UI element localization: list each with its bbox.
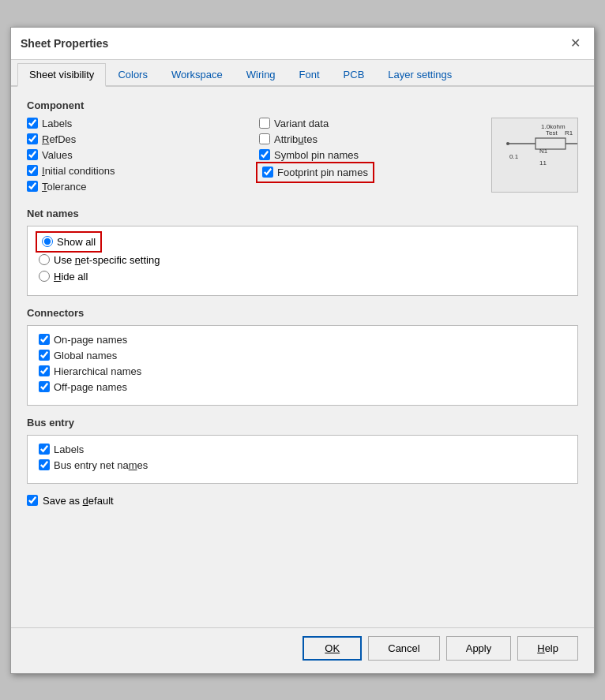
tab-sheet-visibility[interactable]: Sheet visibility [17, 63, 106, 87]
apply-button[interactable]: Apply [446, 636, 512, 661]
connectors-box: On-page names Global names Hierarchical … [27, 325, 578, 406]
variant-checkbox[interactable] [259, 118, 270, 129]
values-row: Values [27, 149, 246, 161]
save-default-label[interactable]: Save as default [43, 495, 114, 507]
hide-all-row: Hide all [39, 271, 566, 283]
svg-text:N1: N1 [539, 148, 548, 155]
help-button[interactable]: Help [517, 636, 578, 661]
hierarchical-label[interactable]: Hierarchical names [54, 365, 141, 377]
global-label[interactable]: Global names [54, 350, 117, 361]
initial-checkbox[interactable] [27, 165, 38, 176]
global-row: Global names [39, 350, 566, 361]
refdes-label[interactable]: RefDes [42, 133, 76, 145]
sheet-properties-dialog: Sheet Properties ✕ Sheet visibility Colo… [10, 27, 595, 674]
variant-row: Variant data [259, 118, 479, 129]
hide-all-radio[interactable] [39, 271, 50, 282]
svg-point-9 [506, 142, 509, 145]
footprint-pin-checkbox[interactable] [262, 167, 273, 178]
net-specific-label[interactable]: Use net-specific setting [54, 254, 160, 266]
cancel-button[interactable]: Cancel [368, 636, 439, 661]
hierarchical-checkbox[interactable] [39, 365, 50, 376]
footer-buttons: OK Cancel Apply Help [11, 627, 594, 673]
show-all-row: Show all [39, 234, 566, 249]
attributes-checkbox[interactable] [259, 133, 270, 144]
tab-workspace[interactable]: Workspace [160, 63, 235, 87]
values-label[interactable]: Values [42, 149, 73, 161]
hierarchical-row: Hierarchical names [39, 365, 566, 377]
symbol-pin-label[interactable]: Symbol pin names [274, 149, 359, 161]
attributes-row: Attributes [259, 133, 479, 145]
labels-checkbox[interactable] [27, 118, 38, 129]
component-section: Component Labels RefDes Values [27, 99, 578, 197]
connectors-label: Connectors [27, 307, 578, 319]
bus-labels-row: Labels [39, 444, 566, 455]
on-page-row: On-page names [39, 334, 566, 346]
footprint-pin-label[interactable]: Footprint pin names [277, 167, 368, 178]
net-specific-radio[interactable] [39, 254, 50, 265]
labels-row: Labels [27, 118, 246, 129]
initial-label[interactable]: Initial conditions [42, 165, 115, 177]
net-names-label: Net names [27, 208, 578, 219]
tolerance-row: Tolerance [27, 181, 246, 193]
bus-net-names-checkbox[interactable] [39, 459, 50, 470]
show-all-label[interactable]: Show all [57, 236, 96, 248]
connectors-section: Connectors On-page names Global names Hi… [27, 307, 578, 406]
svg-text:11: 11 [539, 159, 547, 167]
main-content: Component Labels RefDes Values [11, 87, 594, 627]
attributes-label[interactable]: Attributes [274, 133, 318, 145]
values-checkbox[interactable] [27, 149, 38, 160]
net-names-section: Net names Show all Use net-specific sett… [27, 208, 578, 296]
title-bar: Sheet Properties ✕ [11, 28, 594, 60]
bus-labels-label[interactable]: Labels [54, 444, 84, 455]
dialog-title: Sheet Properties [21, 37, 108, 50]
bus-entry-box: Labels Bus entry net names [27, 435, 578, 484]
bus-net-names-label[interactable]: Bus entry net names [54, 459, 148, 471]
svg-text:R1: R1 [565, 129, 573, 137]
initial-row: Initial conditions [27, 165, 246, 177]
ok-button[interactable]: OK [302, 636, 362, 661]
bus-labels-checkbox[interactable] [39, 444, 50, 455]
global-checkbox[interactable] [39, 350, 50, 361]
preview-svg: 1.0kohm Test R1 N1 0.1 11 [492, 118, 577, 193]
tolerance-checkbox[interactable] [27, 181, 38, 192]
symbol-pin-checkbox[interactable] [259, 149, 270, 160]
tab-layer-settings[interactable]: Layer settings [376, 63, 464, 87]
tab-colors[interactable]: Colors [106, 63, 160, 87]
close-button[interactable]: ✕ [566, 34, 584, 53]
component-preview: 1.0kohm Test R1 N1 0.1 11 [491, 118, 578, 193]
off-page-label[interactable]: Off-page names [54, 381, 127, 393]
off-page-checkbox[interactable] [39, 381, 50, 392]
variant-label[interactable]: Variant data [274, 118, 329, 129]
show-all-radio[interactable] [42, 236, 53, 247]
show-all-highlight: Show all [39, 234, 99, 249]
tolerance-label[interactable]: Tolerance [42, 181, 86, 193]
labels-label[interactable]: Labels [42, 118, 72, 129]
symbol-pin-row: Symbol pin names [259, 149, 479, 161]
bus-entry-label: Bus entry [27, 417, 578, 429]
svg-text:0.1: 0.1 [509, 153, 519, 160]
tab-font[interactable]: Font [287, 63, 332, 87]
bus-entry-section: Bus entry Labels Bus entry net names [27, 417, 578, 484]
save-default-checkbox[interactable] [27, 495, 38, 506]
footprint-pin-row: Footprint pin names [259, 165, 479, 180]
svg-text:Test: Test [546, 129, 558, 137]
refdes-row: RefDes [27, 133, 246, 145]
component-label: Component [27, 99, 578, 111]
footprint-pin-highlight: Footprint pin names [259, 165, 371, 180]
on-page-label[interactable]: On-page names [54, 334, 127, 346]
save-default-row: Save as default [27, 495, 578, 507]
off-page-row: Off-page names [39, 381, 566, 393]
tab-bar: Sheet visibility Colors Workspace Wiring… [11, 60, 594, 87]
refdes-checkbox[interactable] [27, 133, 38, 144]
net-names-box: Show all Use net-specific setting Hide a… [27, 226, 578, 296]
hide-all-label[interactable]: Hide all [54, 271, 88, 283]
on-page-checkbox[interactable] [39, 334, 50, 345]
net-specific-row: Use net-specific setting [39, 254, 566, 266]
tab-pcb[interactable]: PCB [332, 63, 377, 87]
bus-net-names-row: Bus entry net names [39, 459, 566, 471]
tab-wiring[interactable]: Wiring [235, 63, 287, 87]
